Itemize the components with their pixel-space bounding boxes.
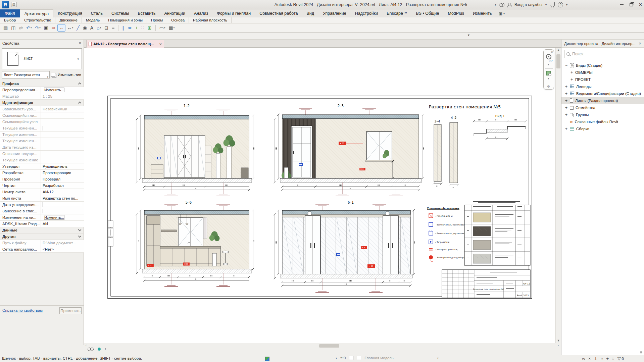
tab-file[interactable]: Файл [0, 9, 20, 17]
canvas-horizontal-scrollbar[interactable]: ‹ › [84, 343, 561, 348]
checkbox-unchecked[interactable] [43, 126, 43, 131]
prop-row[interactable]: ЧертилРазработал [0, 183, 84, 189]
prop-row[interactable]: Текущее изменен... [0, 125, 84, 132]
selection-toggle-icon[interactable]: ⊥ [594, 356, 597, 361]
ribbon-panel-label[interactable]: Основа [167, 17, 189, 23]
horizontal-scroll-thumb[interactable] [319, 344, 339, 348]
tree-item-obmery[interactable]: +ОБМЕРЫ [561, 69, 644, 76]
ribbon-tab[interactable]: Системы [107, 9, 133, 17]
performance-adviser-icon[interactable] [265, 357, 269, 361]
ribbon-panel-label[interactable]: Движение [55, 17, 82, 23]
zoom-caret-icon[interactable]: ▾ [548, 77, 549, 80]
view-tab-active[interactable]: АИ-12 - Развертка стен помещ... × [86, 40, 164, 48]
qat-icon[interactable]: ◫ ▾ [10, 24, 17, 31]
tree-item-proekt[interactable]: +ПРОЕКТ [561, 76, 644, 83]
ribbon-tab[interactable]: Анализ [190, 9, 212, 17]
ribbon-tab[interactable]: Вид [302, 9, 319, 17]
drawing-area[interactable]: Развертка стен помещения №5 1–2 [84, 48, 555, 343]
minimize-button[interactable] [620, 4, 624, 5]
ribbon-tab[interactable]: Изменить [468, 9, 496, 17]
qat-icon[interactable]: A ▾ [89, 24, 95, 31]
qat-icon[interactable]: ⇄ ▾ [17, 24, 24, 31]
selection-toggle-icon[interactable]: × [588, 356, 591, 361]
selection-toggle-icon[interactable]: ◌ [612, 356, 614, 361]
close-button[interactable]: × [639, 2, 642, 7]
ribbon-tab[interactable]: Управление [318, 9, 351, 17]
account-icon[interactable] [507, 3, 511, 7]
worksets-caret-icon[interactable]: ▾ [336, 357, 337, 360]
tree-item-revit-links[interactable]: ∞Связанные файлы Revit [561, 118, 644, 125]
selection-toggle-icon[interactable]: + [606, 356, 609, 361]
ribbon-panel-label[interactable]: Помещения и зоны [104, 17, 147, 23]
qat-icon[interactable]: ⌂ ▾ [95, 24, 102, 31]
edit-type-button[interactable]: Изменить тип [51, 71, 82, 79]
search-input[interactable] [572, 52, 639, 56]
qat-icon[interactable]: ⊞ ▾ [146, 24, 153, 31]
visual-style-glasses-icon[interactable] [88, 348, 94, 351]
prop-row[interactable]: Зависимость уро...Независимый [0, 106, 84, 112]
ribbon-tab[interactable]: Архитектура [20, 9, 53, 17]
prop-row[interactable]: Имя листаРазвертка стен по... [0, 195, 84, 202]
qat-icon[interactable]: ╱ ▾ [75, 24, 81, 31]
prop-row[interactable]: Изменения на ли...Изменить... [0, 214, 84, 221]
prop-row[interactable]: Текущее изменен... [0, 132, 84, 138]
wheel-caret-icon[interactable]: ▾ [548, 63, 549, 66]
prop-row[interactable]: Дата утверждения... [0, 202, 84, 208]
prop-row[interactable]: Текущее изменение [0, 157, 84, 163]
design-options2-icon[interactable] [357, 356, 361, 360]
ribbon-panel-label[interactable]: Модель [82, 17, 104, 23]
prop-row[interactable]: Дата текущего из... [0, 144, 84, 151]
checkbox-checked[interactable] [43, 209, 43, 213]
panel-collapse-icon[interactable]: ▼ [467, 34, 470, 37]
filter-icon[interactable]: ▽:0 [617, 356, 624, 361]
section-other[interactable]: Другая [0, 234, 84, 240]
qat-icon[interactable]: ↷ ▾ [34, 24, 42, 31]
tree-item-views[interactable]: −Виды (Стадия) [561, 62, 644, 69]
ribbon-panel-label[interactable]: Выбор [0, 17, 20, 23]
type-selector-caret-icon[interactable]: ▾ [77, 57, 79, 61]
prop-row[interactable]: РазработалПроектировщик [0, 170, 84, 176]
prop-row[interactable]: Переопределения...Изменить... [0, 87, 84, 93]
instance-selector[interactable]: Лист: Развертка стен▾ [2, 71, 50, 79]
collapse-search-icon[interactable]: ‹ [495, 2, 496, 7]
selection-toggle-icon[interactable]: ∞ [582, 356, 585, 361]
qat-icon[interactable]: ◉ ▾ [82, 24, 88, 31]
qat-icon[interactable]: ▤ ▾ [2, 24, 9, 31]
section-data[interactable]: Данные [0, 227, 84, 234]
browser-search[interactable] [564, 50, 641, 58]
tree-item-families[interactable]: +Семейства [561, 104, 644, 111]
qat-icon[interactable]: ∷ ▾ [140, 24, 146, 31]
store-cart-icon[interactable] [550, 2, 555, 6]
qat-icon[interactable]: ▾ [155, 25, 156, 31]
reveal-hidden-icon[interactable] [98, 348, 101, 351]
prop-row[interactable]: Описание текуще... [0, 151, 84, 157]
sign-in-caret-icon[interactable]: ▾ [545, 3, 547, 6]
qat-icon[interactable]: ≡ ▾ [110, 24, 116, 31]
ribbon-panel-label[interactable]: Проем [147, 17, 167, 23]
qat-icon[interactable]: ▭ ▾ [158, 24, 167, 31]
qat-icon[interactable]: ≍ ▾ [127, 24, 133, 31]
design-option-caret-icon[interactable]: ▾ [437, 357, 439, 360]
prop-row[interactable]: Ссылающийся узел [0, 119, 84, 125]
prop-row[interactable]: Номер листаАИ-12 [0, 189, 84, 195]
ribbon-panel-label[interactable]: Строительство [20, 17, 55, 23]
ribbon-tab[interactable]: Enscape™ [382, 9, 411, 17]
section-graphics[interactable]: Графика [0, 81, 84, 87]
edit-revisions-button[interactable]: Изменить... [44, 215, 64, 220]
selection-toggle-icon[interactable]: ⌂ [601, 356, 603, 361]
scroll-right-icon[interactable]: › [558, 344, 559, 347]
resize-grip[interactable] [640, 351, 643, 354]
navbar-minimize-icon[interactable]: ⊖ [547, 85, 550, 88]
ribbon-tab[interactable]: Аннотации [160, 9, 189, 17]
type-selector[interactable]: Лист ▾ [2, 48, 82, 69]
sheet-view[interactable]: Развертка стен помещения №5 1–2 [107, 96, 532, 299]
properties-close-icon[interactable]: × [79, 40, 81, 47]
qat-icon[interactable]: + ▾ [134, 24, 139, 31]
help-icon[interactable]: ? [558, 2, 563, 7]
zoom-region-icon[interactable] [546, 71, 551, 75]
scroll-down-icon[interactable]: ▼ [556, 339, 561, 342]
ribbon-panel-label[interactable]: Рабочая плоскость [189, 17, 232, 23]
app-menu-icon[interactable]: ▤ [11, 2, 16, 7]
design-options-icon[interactable] [349, 356, 353, 360]
steering-wheel-icon[interactable] [546, 54, 551, 59]
